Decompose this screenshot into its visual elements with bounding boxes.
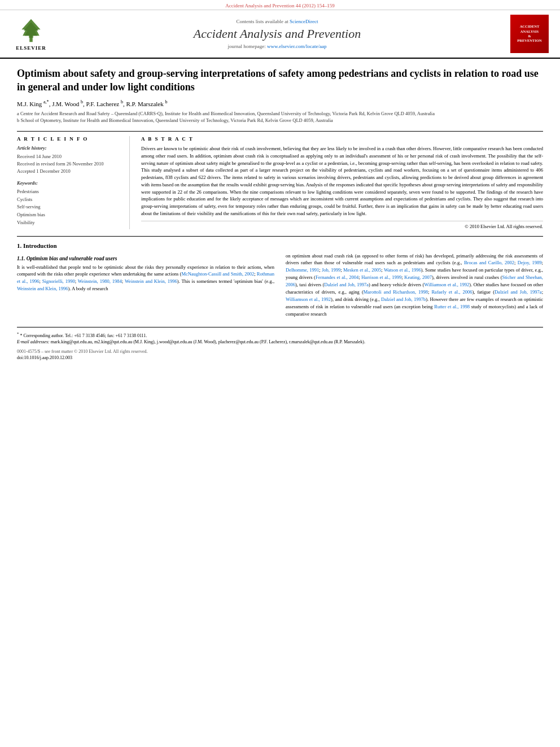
revised-date: Received in revised form 26 November 201… bbox=[17, 160, 121, 168]
article-info-abstract-cols: A R T I C L E I N F O Article history: R… bbox=[17, 136, 543, 229]
journal-homepage: journal homepage: www.elsevier.com/locat… bbox=[51, 43, 504, 49]
keyword-pedestrians: Pedestrians bbox=[17, 188, 121, 196]
journal-ref: Accident Analysis and Prevention 44 (201… bbox=[225, 3, 334, 8]
article-title: Optimism about safety and group-serving … bbox=[17, 67, 543, 94]
affil-b: b School of Optometry, Institute for Hea… bbox=[17, 117, 543, 124]
top-bar: Accident Analysis and Prevention 44 (201… bbox=[0, 0, 560, 10]
history-label: Article history: bbox=[17, 145, 121, 151]
keyword-visibility: Visibility bbox=[17, 219, 121, 227]
footer-doi: doi:10.1016/j.aap.2010.12.003 bbox=[17, 355, 543, 360]
authors-text: M.J. King a,*, J.M. Wood b, P.F. Lachere… bbox=[17, 101, 167, 107]
abstract-col: A B S T R A C T Drivers are known to be … bbox=[141, 136, 543, 229]
keyword-self-serving: Self-serving bbox=[17, 203, 121, 211]
footer-section: * * Corresponding author. Tel.: +61 7 31… bbox=[17, 327, 543, 360]
intro-col-right: on optimism about road crash risk (as op… bbox=[286, 252, 543, 318]
abstract-heading: A B S T R A C T bbox=[141, 136, 543, 142]
intro-para2: on optimism about road crash risk (as op… bbox=[286, 252, 543, 318]
corresponding-author: * * Corresponding author. Tel.: +61 7 31… bbox=[17, 331, 543, 339]
copyright-line: © 2010 Elsevier Ltd. All rights reserved… bbox=[141, 221, 543, 229]
article-info-heading: A R T I C L E I N F O bbox=[17, 136, 121, 142]
affiliations: a Centre for Accident Research and Road … bbox=[17, 111, 543, 124]
elsevier-tree-icon bbox=[18, 17, 45, 44]
intro-two-col: 1.1. Optimism bias and vulnerable road u… bbox=[17, 252, 543, 318]
intro-number: 1. bbox=[17, 242, 23, 249]
accepted-date: Accepted 1 December 2010 bbox=[17, 168, 121, 175]
footer-issn: 0001-4575/$ – see front matter © 2010 El… bbox=[17, 349, 543, 354]
affil-a: a Centre for Accident Research and Road … bbox=[17, 111, 543, 117]
logo-line-2: ANALYSIS bbox=[520, 29, 539, 34]
authors: M.J. King a,*, J.M. Wood b, P.F. Lachere… bbox=[17, 100, 543, 108]
main-content: Optimism about safety and group-serving … bbox=[0, 59, 560, 368]
intro-heading: 1. Introduction bbox=[17, 242, 543, 249]
section-divider bbox=[17, 131, 543, 132]
intro-col-left: 1.1. Optimism bias and vulnerable road u… bbox=[17, 252, 274, 318]
journal-title: Accident Analysis and Prevention bbox=[51, 27, 504, 41]
journal-header: ELSEVIER Contents lists available at Sci… bbox=[0, 10, 560, 59]
elsevier-logo: ELSEVIER bbox=[11, 17, 51, 51]
article-history-block: Article history: Received 14 June 2010 R… bbox=[17, 145, 121, 174]
logo-line-1: ACCIDENT bbox=[520, 24, 540, 29]
keyword-optimism-bias: Optimism bias bbox=[17, 211, 121, 219]
keywords-label: Keywords: bbox=[17, 180, 121, 186]
received-date: Received 14 June 2010 bbox=[17, 153, 121, 160]
abstract-text: Drivers are known to be optimistic about… bbox=[141, 145, 543, 217]
elsevier-label: ELSEVIER bbox=[16, 45, 46, 51]
intro-divider bbox=[17, 236, 543, 237]
introduction-section: 1. Introduction 1.1. Optimism bias and v… bbox=[17, 242, 543, 318]
subsection-1-1-heading: 1.1. Optimism bias and vulnerable road u… bbox=[17, 256, 274, 261]
intro-title: Introduction bbox=[23, 242, 57, 249]
sciencedirect-link[interactable]: ScienceDirect bbox=[290, 19, 318, 24]
logo-line-4: PREVENTION bbox=[517, 38, 541, 43]
logo-line-3: & bbox=[528, 34, 531, 38]
svg-marker-2 bbox=[24, 22, 38, 38]
homepage-url[interactable]: www.elsevier.com/locate/aap bbox=[267, 43, 326, 49]
email-addresses: E-mail addresses: mark.king@qut.edu.au, … bbox=[17, 339, 543, 346]
keyword-cyclists: Cyclists bbox=[17, 196, 121, 204]
article-info-col: A R T I C L E I N F O Article history: R… bbox=[17, 136, 130, 229]
intro-para1: It is well-established that people tend … bbox=[17, 264, 274, 293]
journal-center: Contents lists available at ScienceDirec… bbox=[51, 19, 504, 49]
sciencedirect-line: Contents lists available at ScienceDirec… bbox=[51, 19, 504, 24]
journal-logo-box: ACCIDENT ANALYSIS & PREVENTION bbox=[510, 15, 549, 53]
journal-logo-right: ACCIDENT ANALYSIS & PREVENTION bbox=[504, 15, 549, 53]
keywords-block: Keywords: Pedestrians Cyclists Self-serv… bbox=[17, 180, 121, 226]
